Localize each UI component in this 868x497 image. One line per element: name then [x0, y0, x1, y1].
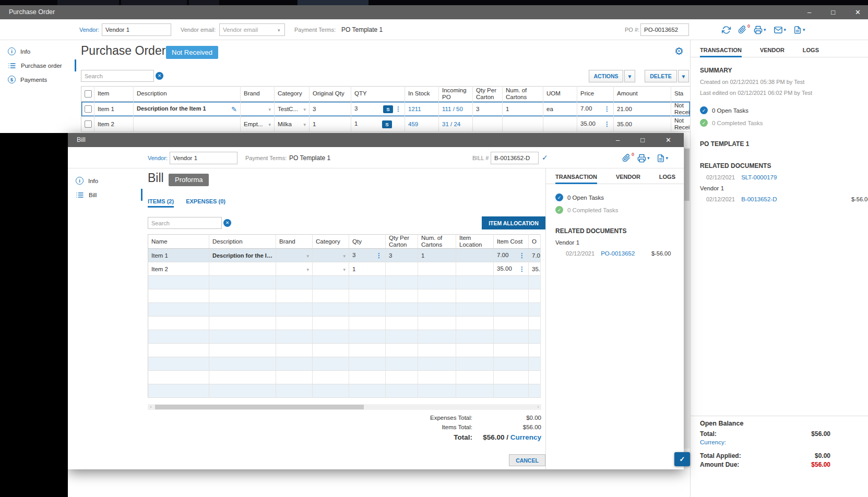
completed-tasks-row[interactable]: ✓ 0 Completed Tasks: [555, 206, 684, 214]
sidebar-item-bill[interactable]: Bill: [68, 188, 142, 202]
minimize-icon[interactable]: –: [616, 133, 620, 147]
document-link[interactable]: SLT-0000179: [741, 174, 777, 180]
more-options-icon[interactable]: ⋮: [376, 252, 382, 259]
taskbar-tab[interactable]: [189, 0, 219, 5]
attachment-icon[interactable]: 0: [622, 154, 631, 162]
bill-number-input[interactable]: [491, 152, 539, 164]
email-icon[interactable]: ▾: [774, 26, 787, 34]
vendor-input[interactable]: [102, 23, 171, 36]
search-input[interactable]: [81, 70, 154, 82]
tab-vendor[interactable]: VENDOR: [616, 174, 640, 184]
tab-transaction[interactable]: TRANSACTION: [700, 47, 742, 57]
maximize-icon[interactable]: □: [831, 5, 835, 19]
open-tasks-row[interactable]: ✓ 0 Open Tasks: [555, 193, 684, 201]
taskbar-tab-active[interactable]: [298, 0, 368, 5]
document-icon[interactable]: ▾: [793, 26, 805, 34]
incoming-po-link[interactable]: 31 / 24: [442, 121, 460, 127]
taskbar-tab[interactable]: [57, 0, 119, 5]
scroll-right-icon[interactable]: ›: [535, 404, 541, 410]
vendor-email-input[interactable]: [219, 23, 285, 36]
tab-expenses[interactable]: EXPENSES (0): [186, 198, 225, 208]
incoming-po-link[interactable]: 111 / 50: [442, 106, 463, 112]
print-icon[interactable]: ▾: [637, 154, 650, 163]
minimize-icon[interactable]: –: [807, 5, 811, 19]
table-row[interactable]: Item 2 Empt...▾ Milka▾ 1 1 S 459 31 / 24…: [81, 117, 691, 132]
tab-logs[interactable]: LOGS: [803, 47, 819, 57]
tab-items[interactable]: ITEMS (2): [148, 198, 174, 208]
close-icon[interactable]: ✕: [665, 133, 671, 147]
tab-vendor[interactable]: VENDOR: [760, 47, 784, 57]
open-tasks-row[interactable]: ✓ 0 Open Tasks: [700, 106, 868, 114]
scroll-left-icon[interactable]: ‹: [148, 404, 154, 410]
document-icon[interactable]: ▾: [657, 154, 669, 163]
currency-link[interactable]: Currency: [510, 433, 541, 441]
serial-badge[interactable]: S: [383, 105, 393, 113]
actions-dropdown-button[interactable]: ▾: [624, 70, 635, 82]
chevron-down-icon[interactable]: ▾: [803, 27, 805, 32]
chevron-down-icon[interactable]: ▾: [303, 122, 306, 127]
sidebar-item-info[interactable]: i Info: [0, 44, 76, 58]
row-checkbox[interactable]: [85, 105, 92, 113]
chevron-down-icon[interactable]: ▾: [278, 28, 280, 33]
row-checkbox[interactable]: [85, 120, 92, 128]
save-button[interactable]: ✓: [674, 452, 690, 466]
empty-row: [148, 289, 541, 303]
serial-badge[interactable]: S: [382, 120, 392, 128]
in-stock-link[interactable]: 1211: [408, 106, 421, 112]
chevron-down-icon[interactable]: ▾: [268, 122, 271, 127]
taskbar-tab[interactable]: [121, 0, 187, 5]
table-row[interactable]: Item 1 ✎Description for the Item 1 ▾ Tes…: [81, 102, 691, 117]
clear-search-icon[interactable]: ✕: [156, 72, 163, 80]
table-row[interactable]: Item 1 Description for the Item 1 ▾ ▾ 3⋮…: [148, 249, 541, 262]
vendor-input[interactable]: [170, 152, 237, 164]
sidebar-item-purchase-order[interactable]: Purchase order: [0, 58, 76, 72]
scrollbar-thumb[interactable]: [684, 149, 689, 201]
chevron-down-icon[interactable]: ▾: [764, 27, 766, 32]
clear-search-icon[interactable]: ✕: [223, 219, 231, 227]
chevron-down-icon[interactable]: ▾: [647, 155, 650, 161]
more-options-icon[interactable]: ⋮: [604, 120, 610, 128]
confirm-check-icon[interactable]: ✓: [542, 153, 548, 162]
select-all-checkbox[interactable]: [85, 90, 92, 98]
completed-tasks-row[interactable]: ✓ 0 Completed Tasks: [700, 119, 868, 127]
sidebar-item-info[interactable]: i Info: [68, 174, 142, 188]
chevron-down-icon[interactable]: ▾: [268, 107, 271, 112]
chevron-down-icon[interactable]: ▾: [343, 253, 346, 259]
edit-description-icon[interactable]: ✎: [231, 105, 237, 113]
delete-dropdown-button[interactable]: ▾: [678, 70, 689, 82]
close-icon[interactable]: ✕: [855, 5, 861, 19]
gear-icon[interactable]: ⚙: [674, 45, 684, 57]
horizontal-scrollbar[interactable]: ‹ ›: [148, 404, 541, 410]
po-number-input[interactable]: [640, 23, 689, 36]
more-options-icon[interactable]: ⋮: [604, 105, 610, 113]
sync-icon[interactable]: [722, 26, 731, 34]
in-stock-link[interactable]: 459: [408, 121, 418, 127]
document-link[interactable]: PO-0013652: [601, 250, 635, 257]
vertical-scrollbar[interactable]: [684, 148, 690, 448]
chevron-down-icon[interactable]: ▾: [784, 27, 787, 32]
print-icon[interactable]: ▾: [754, 26, 766, 34]
more-options-icon[interactable]: ⋮: [395, 105, 401, 113]
table-row[interactable]: Item 2 ▾ ▾ 1 35.00⋮ 35.00: [148, 262, 541, 276]
cancel-button[interactable]: CANCEL: [509, 454, 545, 466]
tab-logs[interactable]: LOGS: [659, 174, 675, 184]
chevron-down-icon[interactable]: ▾: [666, 155, 669, 161]
chevron-down-icon[interactable]: ▾: [343, 267, 346, 272]
more-options-icon[interactable]: ⋮: [519, 252, 525, 259]
actions-button[interactable]: ACTIONS: [589, 70, 623, 82]
tab-transaction[interactable]: TRANSACTION: [555, 174, 597, 184]
maximize-icon[interactable]: □: [640, 133, 645, 147]
more-options-icon[interactable]: ⋮: [519, 265, 525, 273]
col-in-stock: In Stock: [405, 87, 439, 102]
document-link[interactable]: B-0013652-D: [741, 196, 777, 202]
delete-button[interactable]: DELETE: [645, 70, 677, 82]
chevron-down-icon[interactable]: ▾: [303, 107, 306, 112]
currency-link[interactable]: Currency:: [700, 439, 830, 445]
chevron-down-icon[interactable]: ▾: [306, 267, 309, 272]
scrollbar-thumb[interactable]: [155, 405, 364, 409]
search-input[interactable]: [148, 217, 222, 229]
attachment-icon[interactable]: 0: [738, 26, 746, 34]
item-allocation-button[interactable]: ITEM ALLOCATION: [482, 216, 545, 229]
chevron-down-icon[interactable]: ▾: [306, 253, 309, 259]
sidebar-item-payments[interactable]: $ Payments: [0, 72, 76, 87]
